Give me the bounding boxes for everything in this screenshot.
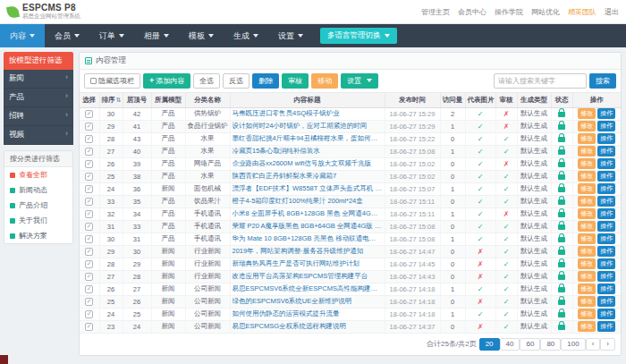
header-link[interactable]: 操作学院 [495, 7, 523, 17]
page-size-button[interactable]: 60 [520, 338, 540, 351]
audit-button[interactable]: 审核 [282, 73, 309, 89]
sidebar-model-item[interactable]: 产品› [4, 89, 73, 107]
sidebar-category-item[interactable]: 解决方案 [4, 228, 72, 243]
row-edit-button[interactable]: 修改 [578, 271, 596, 282]
row-select-checkbox[interactable] [85, 323, 93, 331]
status-lock-icon[interactable] [558, 237, 565, 242]
status-lock-icon[interactable] [558, 149, 565, 155]
header-link[interactable]: 退出 [605, 7, 619, 17]
row-select-checkbox[interactable] [85, 285, 93, 293]
row-edit-button[interactable]: 修改 [578, 121, 596, 131]
row-edit-button[interactable]: 修改 [578, 246, 596, 257]
row-title-link[interactable]: 墨红香甜杞挑4斤顺丰94丑橘椪柑水果，蛋如何挑拣出好心红！ [233, 134, 383, 143]
nav-item-内容[interactable]: 内容 [0, 24, 45, 47]
status-lock-icon[interactable] [558, 162, 565, 167]
row-edit-button[interactable]: 修改 [578, 196, 596, 207]
row-manage-button[interactable]: 操作 [597, 233, 615, 244]
row-manage-button[interactable]: 操作 [597, 108, 615, 119]
status-lock-icon[interactable] [558, 300, 565, 305]
search-input[interactable] [494, 73, 587, 89]
row-select-checkbox[interactable] [85, 260, 93, 268]
row-title-link[interactable]: 陕西青贮白正丹斜鲜梨水果冷藏箱7 [233, 172, 383, 181]
row-manage-button[interactable]: 操作 [597, 133, 615, 144]
row-title-link[interactable]: 设计如何时24小时锅炉，应对工期紧迫的时间 [233, 122, 383, 131]
delete-button[interactable]: 删除 [252, 73, 279, 89]
row-select-checkbox[interactable] [85, 110, 93, 118]
sort-icon[interactable]: ⇅ [116, 97, 122, 103]
row-title-link[interactable]: 漂浮者【EDF技术】W8558T 立体声头盔式耳机 蓝牙无线 [233, 184, 383, 193]
status-lock-icon[interactable] [558, 174, 565, 180]
row-edit-button[interactable]: 修改 [578, 146, 596, 157]
hide-options-button[interactable]: 隐藏选项栏 [84, 73, 140, 89]
row-select-checkbox[interactable] [85, 235, 93, 243]
invert-selection-button[interactable]: 反选 [223, 73, 250, 89]
row-select-checkbox[interactable] [85, 123, 93, 131]
page-size-button[interactable]: 40 [500, 338, 520, 351]
row-title-link[interactable]: 如何使用伪静态的运营模式提升流量 [233, 309, 383, 318]
row-select-checkbox[interactable] [85, 210, 93, 218]
status-lock-icon[interactable] [558, 112, 565, 117]
status-lock-icon[interactable] [558, 275, 565, 280]
row-manage-button[interactable]: 操作 [597, 284, 615, 294]
row-select-checkbox[interactable] [85, 173, 93, 181]
row-select-checkbox[interactable] [85, 298, 93, 306]
row-manage-button[interactable]: 操作 [597, 271, 615, 282]
row-select-checkbox[interactable] [85, 223, 93, 231]
language-switch-button[interactable]: 多语言管理切换 [320, 28, 397, 44]
header-link[interactable]: 网站优化 [531, 7, 560, 17]
row-manage-button[interactable]: 操作 [597, 221, 615, 232]
sidebar-model-item[interactable]: 新闻› [4, 70, 73, 89]
row-manage-button[interactable]: 操作 [597, 183, 615, 194]
row-manage-button[interactable]: 操作 [597, 196, 615, 207]
row-title-link[interactable]: 小米8 全面屏手机 8GB+128GB 黑色 全网通4G手机 6.21英寸 [233, 209, 383, 218]
row-edit-button[interactable]: 修改 [578, 208, 596, 219]
nav-item-相册[interactable]: 相册 [134, 24, 179, 47]
sidebar-model-item[interactable]: 视频› [4, 126, 73, 145]
row-edit-button[interactable]: 修改 [578, 171, 596, 182]
status-lock-icon[interactable] [558, 287, 565, 292]
status-lock-icon[interactable] [558, 137, 565, 142]
search-button[interactable]: 搜索 [589, 73, 616, 89]
row-select-checkbox[interactable] [85, 148, 93, 156]
status-lock-icon[interactable] [558, 325, 565, 330]
status-lock-icon[interactable] [558, 124, 565, 130]
row-title-link[interactable]: 华为 Mate 10 8GB+128GB 亮黑色 移动联通电信4G手机 5.3英… [233, 234, 383, 243]
row-select-checkbox[interactable] [85, 160, 93, 168]
row-select-checkbox[interactable] [85, 248, 93, 256]
row-title-link[interactable]: 易思ESPCMSG全权系统远程构建说明 [233, 322, 383, 331]
row-manage-button[interactable]: 操作 [597, 158, 615, 169]
nav-item-生成[interactable]: 生成 [224, 24, 268, 47]
nav-item-会员[interactable]: 会员 [45, 24, 89, 47]
row-edit-button[interactable]: 修改 [578, 133, 596, 144]
row-edit-button[interactable]: 修改 [578, 284, 596, 294]
row-title-link[interactable]: 2019年，网站架构调整·服务器升级维护通知 [233, 247, 383, 256]
row-manage-button[interactable]: 操作 [597, 246, 615, 257]
header-link[interactable]: 会员中心 [458, 7, 486, 17]
add-content-button[interactable]: + 添加内容 [143, 73, 190, 89]
row-manage-button[interactable]: 操作 [597, 146, 615, 157]
row-title-link[interactable]: 易思ESPCMSV6系统全新ESPCMS高性能构建平台 [233, 284, 383, 293]
row-edit-button[interactable]: 修改 [578, 183, 596, 194]
header-link[interactable]: 精英团队 [568, 7, 596, 17]
row-edit-button[interactable]: 修改 [578, 296, 596, 307]
row-title-link[interactable]: 绿色的ESPCMSV6系统UE全新维护说明 [233, 297, 383, 306]
row-manage-button[interactable]: 操作 [597, 309, 615, 319]
row-edit-button[interactable]: 修改 [578, 221, 596, 232]
row-title-link[interactable]: 改造应用平台高落架构ESPCMS管理构建平台 [233, 272, 383, 281]
row-manage-button[interactable]: 操作 [597, 121, 615, 131]
row-select-checkbox[interactable] [85, 273, 93, 281]
page-size-button[interactable]: 100 [561, 338, 585, 351]
row-select-checkbox[interactable] [85, 198, 93, 206]
sidebar-category-item[interactable]: 查看全部 [4, 167, 72, 182]
row-manage-button[interactable]: 操作 [597, 296, 615, 307]
row-edit-button[interactable]: 修改 [578, 108, 596, 119]
row-title-link[interactable]: 橙子4-5箱印度红灯100%纯果汁 200ml*24盒 [233, 197, 383, 206]
row-manage-button[interactable]: 操作 [597, 208, 615, 219]
row-select-checkbox[interactable] [85, 185, 93, 193]
status-lock-icon[interactable] [558, 262, 565, 267]
page-size-button[interactable]: 20 [479, 338, 500, 351]
row-title-link[interactable]: 荣耀 P20 A魔享版黑色 8GB+64GB 全网通4G版 移动联通电信4G手机 [233, 222, 383, 231]
row-title-link[interactable]: 企业路由器xx2600M wifi信号放大文双频千兆版 [233, 159, 383, 168]
header-link[interactable]: 管理主页 [421, 7, 450, 17]
sidebar-category-item[interactable]: 关于我们 [4, 213, 72, 228]
